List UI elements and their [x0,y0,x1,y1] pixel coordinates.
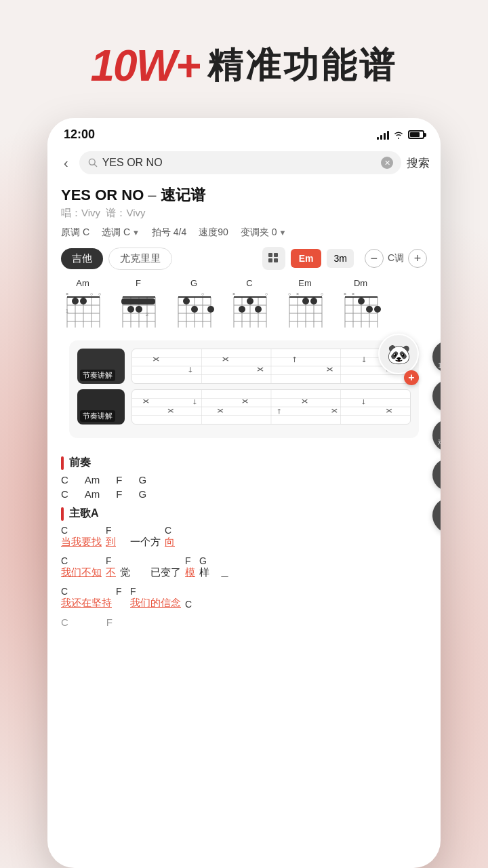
chord-diagram-f[interactable]: F 2 [114,278,163,331]
svg-text:×: × [352,292,354,296]
section-bar-verse [61,507,64,521]
chord-grid-em: ○ ○ × [283,290,327,331]
capo-setting[interactable]: 变调夹 0 ▼ [241,226,287,239]
svg-text:↑: ↑ [291,354,298,365]
brand-slogan: 精准功能谱 [207,42,397,90]
capo-controls: − C调 + [365,249,427,268]
share-button[interactable]: ↗ 分享 [432,458,441,491]
chord-group-c5: C [185,599,192,610]
sheet-content: 前奏 C Am F G C Am F G 主歌A C [47,443,441,642]
rhythm-item-2[interactable]: 节奏讲解 × × ↓ × [77,389,411,425]
beat-setting: 拍号 4/4 [152,226,186,239]
chord-group-c3: C 我们不知 [61,555,102,579]
svg-text:×: × [301,397,308,406]
svg-point-71 [302,298,309,304]
svg-text:×: × [232,292,235,296]
svg-text:×: × [66,292,68,296]
chord-grid-f: 2 [116,290,161,331]
search-bar-row: ‹ YES OR NO ✕ 搜索 [47,147,441,178]
like-count: 12.3W [438,361,441,370]
clear-search-button[interactable]: ✕ [381,157,393,169]
svg-point-72 [310,298,317,304]
chord-diagram-em[interactable]: Em ○ ○ × [281,278,329,331]
svg-text:○: ○ [288,292,291,296]
selected-key[interactable]: 选调 C ▼ [102,226,140,239]
chord-key-button[interactable]: Em [291,249,322,268]
svg-text:1: 1 [66,309,68,313]
capo-minus-button[interactable]: − [365,249,384,268]
chord-grid-c: × ○ [227,290,272,331]
svg-text:×: × [241,397,249,406]
chord-diagram-c[interactable]: C × ○ [225,278,274,331]
panda-follow-button[interactable]: + [404,370,419,385]
rhythm-pattern-1: × ↓ × × ↑ × ↓ × [131,349,411,384]
svg-text:×: × [216,406,224,415]
capo-label: C调 [388,252,404,264]
svg-text:○: ○ [321,292,323,296]
chord-group-space2: 觉 已变了 [120,566,181,579]
section-prelude: 前奏 [61,456,427,470]
brand-number: 10W+ [91,41,200,91]
favorite-button[interactable]: ★ 收藏 [432,380,441,412]
rhythm-thumb-2: 节奏讲解 [77,389,125,425]
top-branding: 10W+ 精准功能谱 [91,41,398,91]
section-title-prelude: 前奏 [69,456,91,470]
chord-group-g1: G 样 ＿ [199,555,230,579]
next-line-chords: C F [61,616,427,628]
svg-text:×: × [167,406,174,415]
chord-group-f4: F [116,586,126,610]
rhythm-pattern-2: × × ↓ × × ↑ × × ↓ × [131,389,411,425]
chord-diagram-g[interactable]: G ○ [169,278,218,331]
play-button[interactable]: ▶ 16 [432,498,441,533]
svg-text:○: ○ [90,292,93,296]
status-icons [377,130,424,140]
search-button[interactable]: 搜索 [407,155,430,171]
chord-group-space1: 一个方 [120,536,161,549]
svg-rect-2 [274,253,278,257]
svg-text:↓: ↓ [192,397,199,406]
rhythm-section: 节奏讲解 × ↓ [69,340,419,438]
rhythm-item-1[interactable]: 节奏讲解 × ↓ [77,349,411,384]
svg-rect-1 [268,253,272,257]
chord-grid-am: × ○ ○ 1 [60,290,105,331]
svg-text:×: × [222,354,230,365]
search-input-wrapper[interactable]: YES OR NO ✕ [79,151,401,174]
rhythm-pattern-svg-2: × × ↓ × × ↑ × × ↓ × [132,390,410,424]
svg-text:×: × [344,292,346,296]
chord-diagram-dm[interactable]: Dm × × [336,278,385,331]
svg-text:↓: ↓ [361,397,367,406]
side-actions: ♥ 12.3W ★ 收藏 📊 难度·中 ↗ 分享 ▶ 16 [432,340,441,533]
svg-point-43 [191,306,198,313]
section-bar-prelude [61,456,64,470]
section-verse-a: 主歌A [61,507,427,521]
svg-text:○: ○ [265,292,268,296]
svg-text:○: ○ [98,292,101,296]
speed-setting: 速度90 [199,226,228,239]
svg-text:↑: ↑ [276,406,283,415]
difficulty-label: 难度·中 [438,437,441,447]
status-time: 12:00 [64,127,95,142]
guitar-button[interactable]: 吉他 [61,248,103,269]
panda-avatar[interactable]: 🐼 [378,334,419,374]
back-button[interactable]: ‹ [58,153,74,174]
svg-text:×: × [326,363,334,374]
chord-suffix-button[interactable]: 3m [327,249,353,268]
svg-text:×: × [152,354,160,365]
chord-diagram-am[interactable]: Am × ○ ○ [58,278,107,331]
svg-rect-29 [121,298,155,304]
difficulty-button[interactable]: 📊 难度·中 [432,419,441,452]
ukulele-button[interactable]: 尤克里里 [108,248,172,270]
svg-text:↓: ↓ [361,354,367,365]
svg-text:×: × [385,406,392,415]
chord-settings-row: 原调 C 选调 C ▼ 拍号 4/4 速度90 变调夹 0 ▼ [47,222,441,243]
svg-point-0 [89,159,95,165]
signal-icon [377,130,389,140]
like-button[interactable]: ♥ 12.3W [432,340,441,373]
svg-point-30 [127,306,134,313]
svg-text:×: × [296,292,299,296]
search-icon [87,157,98,168]
chord-grid-button[interactable] [262,247,285,270]
instrument-row: 吉他 尤克里里 Em 3m − C调 + [47,243,441,274]
svg-text:↓: ↓ [187,363,194,374]
capo-plus-button[interactable]: + [408,249,427,268]
